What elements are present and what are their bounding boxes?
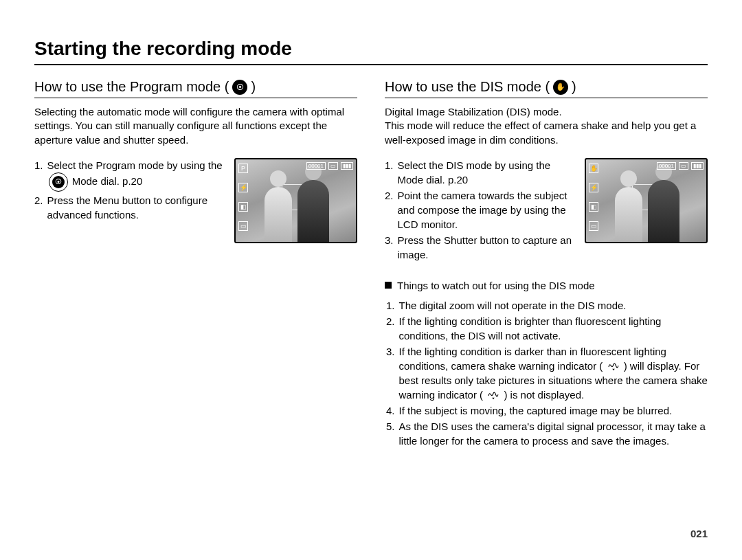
dis-watch-heading: Things to watch out for using the DIS mo…	[385, 280, 708, 291]
step-text: Select the Program mode by using the ⦿ M…	[47, 158, 226, 192]
dis-steps: 1. Select the DIS mode by using the Mode…	[385, 158, 576, 263]
dis-mode-heading: How to use the DIS mode ( ✋ )	[385, 79, 708, 98]
watch-item-text: If the lighting condition is darker than…	[399, 344, 708, 402]
step-text: Select the DIS mode by using the Mode di…	[398, 158, 576, 187]
square-bullet-icon	[385, 282, 392, 289]
lcd-left-icons: ✋ ⚡ ◧ ▭	[589, 164, 598, 231]
watch-item-number: 4.	[386, 403, 395, 418]
step-number: 1.	[385, 158, 394, 187]
lcd-left-icons: P ⚡ ◧ ▭	[238, 164, 248, 231]
dis-watch-list: 1. The digital zoom will not operate in …	[385, 298, 708, 448]
lcd-metering-icon: ◧	[589, 202, 598, 212]
lcd-mode-icon: ✋	[589, 164, 598, 173]
step-text: Point the camera towards the subject and…	[398, 188, 576, 232]
program-steps-row: 1. Select the Program mode by using the …	[34, 158, 357, 243]
watch-item: 3. If the lighting condition is darker t…	[386, 344, 708, 402]
photo-subject	[648, 180, 679, 242]
program-step: 1. Select the Program mode by using the …	[34, 158, 226, 192]
heading-text-pre: How to use the DIS mode (	[385, 79, 550, 95]
program-mode-intro: Selecting the automatic mode will config…	[34, 105, 357, 147]
watch-item-text: As the DIS uses the camera's digital sig…	[399, 419, 708, 448]
lcd-battery-icon: ▮▮▮	[691, 162, 704, 170]
dis-mode-icon: ✋	[553, 80, 568, 95]
right-column: How to use the DIS mode ( ✋ ) Digital Im…	[385, 79, 708, 449]
program-mode-icon: ⦿	[49, 172, 68, 192]
lcd-flash-icon: ⚡	[589, 183, 598, 192]
step-text: Press the Shutter button to capture an i…	[398, 233, 576, 262]
watch-item: 1. The digital zoom will not operate in …	[386, 298, 708, 313]
step-number: 2.	[385, 188, 394, 232]
step-text-post: Mode dial. p.20	[72, 175, 143, 187]
step-text-pre: Select the Program mode by using the	[47, 159, 223, 171]
watch-heading-text: Things to watch out for using the DIS mo…	[397, 280, 595, 291]
camera-shake-warning-icon	[486, 391, 501, 401]
watch-item-post: ) is not displayed.	[504, 389, 584, 401]
dis-step: 1. Select the DIS mode by using the Mode…	[385, 158, 576, 187]
lcd-metering-icon: ◧	[238, 202, 248, 212]
watch-item: 5. As the DIS uses the camera's digital …	[386, 419, 708, 448]
left-column: How to use the Program mode ( ⦿ ) Select…	[34, 79, 357, 449]
watch-item-text: If the lighting condition is brighter th…	[399, 314, 708, 343]
lcd-counter-icon: 00001	[657, 162, 676, 170]
watch-item-text: If the subject is moving, the captured i…	[399, 403, 708, 418]
lcd-image-size-icon: ▭	[238, 221, 248, 231]
program-steps: 1. Select the Program mode by using the …	[34, 158, 226, 223]
lcd-card-icon: ▭	[328, 162, 338, 170]
mode-icon-glyph: ⦿	[52, 176, 65, 188]
two-column-layout: How to use the Program mode ( ⦿ ) Select…	[34, 79, 708, 449]
lcd-image-size-icon: ▭	[589, 221, 598, 231]
step-text: Press the Menu button to configure advan…	[47, 193, 226, 222]
watch-item-number: 2.	[386, 314, 395, 343]
page-number: 021	[690, 528, 708, 539]
program-mode-heading: How to use the Program mode ( ⦿ )	[34, 79, 357, 98]
lcd-preview-dis: ✋ ⚡ ◧ ▭ 00001 ▭ ▮▮▮	[585, 158, 708, 243]
lcd-battery-icon: ▮▮▮	[341, 162, 353, 170]
lcd-card-icon: ▭	[679, 162, 688, 170]
watch-item: 2. If the lighting condition is brighter…	[386, 314, 708, 343]
photo-subject	[297, 180, 329, 242]
program-mode-icon: ⦿	[232, 80, 247, 95]
heading-text-pre: How to use the Program mode (	[34, 79, 229, 95]
dis-steps-row: 1. Select the DIS mode by using the Mode…	[385, 158, 708, 263]
watch-item: 4. If the subject is moving, the capture…	[386, 403, 708, 418]
photo-subject	[615, 187, 642, 242]
watch-item-text: The digital zoom will not operate in the…	[399, 298, 708, 313]
manual-page: Starting the recording mode How to use t…	[0, 0, 742, 560]
lcd-counter-icon: 00001	[306, 162, 326, 170]
lcd-flash-icon: ⚡	[238, 183, 248, 192]
step-number: 2.	[34, 193, 43, 222]
step-number: 1.	[34, 158, 43, 192]
lcd-preview-program: P ⚡ ◧ ▭ 00001 ▭ ▮▮▮	[234, 158, 357, 243]
watch-item-number: 5.	[386, 419, 395, 448]
heading-text-post: )	[251, 79, 256, 95]
dis-step: 2. Point the camera towards the subject …	[385, 188, 576, 232]
photo-subject	[265, 187, 292, 242]
lcd-top-right-icons: 00001 ▭ ▮▮▮	[657, 162, 704, 170]
watch-item-number: 1.	[386, 298, 395, 313]
heading-text-post: )	[572, 79, 576, 95]
step-number: 3.	[385, 233, 394, 262]
page-title: Starting the recording mode	[34, 38, 708, 65]
watch-item-number: 3.	[386, 344, 395, 402]
dis-mode-intro: Digital Image Stabilization (DIS) mode. …	[385, 105, 708, 147]
dis-step: 3. Press the Shutter button to capture a…	[385, 233, 576, 262]
lcd-mode-icon: P	[238, 164, 248, 173]
camera-shake-warning-icon	[606, 362, 621, 372]
lcd-top-right-icons: 00001 ▭ ▮▮▮	[306, 162, 353, 170]
program-step: 2. Press the Menu button to configure ad…	[34, 193, 226, 222]
